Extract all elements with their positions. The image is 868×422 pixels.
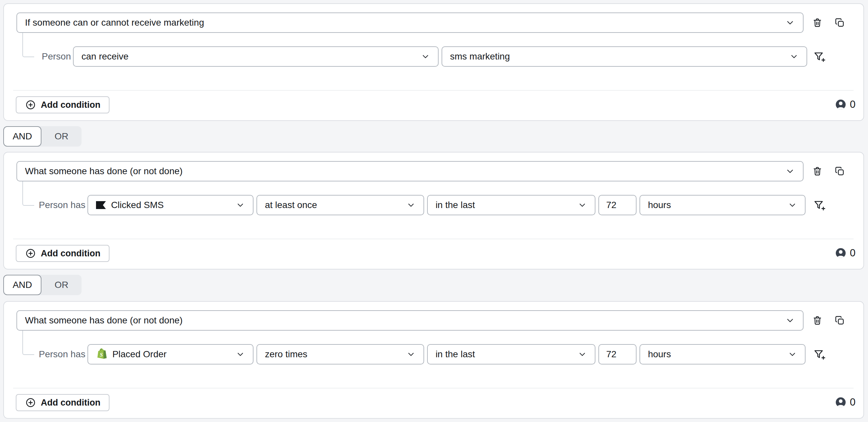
add-condition-button[interactable]: Add condition (16, 96, 110, 113)
operator-or-button[interactable]: OR (41, 275, 82, 295)
condition-row: Person has Clicked SMS at least once in … (4, 195, 863, 216)
profile-count: 0 (836, 394, 856, 411)
consent-channel-select[interactable]: sms marketing (441, 46, 807, 67)
condition-card-event-order: What someone has done (or not done) Pers… (3, 301, 864, 419)
plus-circle-icon (25, 397, 36, 408)
card-divider (13, 90, 854, 91)
add-condition-label: Add condition (41, 249, 100, 259)
time-unit-value: hours (648, 349, 671, 360)
duplicate-condition-button[interactable] (833, 15, 847, 30)
chevron-down-icon (578, 200, 587, 210)
condition-row: Person can receive sms marketing (4, 46, 863, 67)
plus-circle-icon (25, 248, 36, 259)
copy-icon (834, 315, 845, 326)
delete-condition-button[interactable] (810, 15, 825, 30)
profile-count-value: 0 (850, 396, 856, 408)
trash-icon (812, 315, 823, 326)
add-filter-button[interactable] (812, 198, 827, 212)
condition-row-label: Person (42, 51, 71, 62)
chevron-down-icon (789, 52, 799, 61)
time-unit-value: hours (648, 200, 671, 210)
duplicate-condition-button[interactable] (833, 313, 847, 328)
consent-channel-value: sms marketing (450, 51, 510, 62)
shopify-icon: S (96, 348, 107, 361)
condition-type-select[interactable]: What someone has done (or not done) (17, 161, 804, 182)
chevron-down-icon (236, 350, 245, 359)
chevron-down-icon (578, 350, 587, 359)
condition-card-consent: If someone can or cannot receive marketi… (3, 3, 864, 121)
chevron-down-icon (785, 316, 795, 325)
filter-plus-icon (813, 199, 826, 211)
logic-operator-toggle: OR AND (3, 275, 82, 295)
add-condition-button[interactable]: Add condition (16, 245, 110, 262)
copy-icon (834, 18, 845, 28)
trash-icon (812, 18, 823, 28)
event-value: Placed Order (113, 349, 167, 360)
person-icon (836, 248, 846, 258)
plus-circle-icon (25, 99, 36, 110)
add-condition-label: Add condition (41, 100, 100, 110)
filter-plus-icon (813, 348, 826, 360)
condition-type-select[interactable]: What someone has done (or not done) (17, 310, 804, 331)
chevron-down-icon (788, 350, 797, 359)
profile-count-value: 0 (850, 99, 856, 110)
operator-and-button[interactable]: AND (3, 275, 41, 295)
add-filter-button[interactable] (812, 49, 827, 64)
timeframe-select[interactable]: in the last (427, 344, 595, 364)
profile-count: 0 (836, 96, 856, 113)
condition-row-label: Person has (39, 349, 86, 360)
condition-row-label: Person has (39, 200, 86, 210)
frequency-value: at least once (265, 200, 317, 210)
chevron-down-icon (785, 166, 795, 176)
condition-card-event-sms: What someone has done (or not done) Pers… (3, 152, 864, 269)
chevron-down-icon (785, 18, 795, 28)
event-value: Clicked SMS (111, 200, 164, 210)
timeframe-value: in the last (436, 349, 475, 360)
frequency-value: zero times (265, 349, 307, 360)
add-condition-button[interactable]: Add condition (16, 394, 110, 411)
add-filter-button[interactable] (812, 347, 827, 361)
copy-icon (834, 166, 845, 176)
person-icon (836, 100, 846, 109)
chevron-down-icon (421, 52, 430, 61)
duplicate-condition-button[interactable] (833, 164, 847, 178)
trash-icon (812, 166, 823, 176)
event-select[interactable]: S Placed Order (88, 344, 253, 364)
consent-action-value: can receive (82, 51, 129, 62)
chevron-down-icon (236, 200, 245, 210)
consent-action-select[interactable]: can receive (73, 46, 439, 67)
card-divider (13, 388, 854, 388)
time-unit-select[interactable]: hours (640, 195, 806, 215)
person-icon (836, 397, 846, 407)
event-select[interactable]: Clicked SMS (88, 195, 253, 215)
sms-flag-icon (96, 201, 106, 209)
timeframe-amount-input[interactable] (598, 195, 637, 215)
delete-condition-button[interactable] (810, 164, 825, 178)
operator-and-button[interactable]: AND (3, 126, 41, 147)
time-unit-select[interactable]: hours (640, 344, 806, 364)
filter-plus-icon (813, 51, 826, 62)
logic-operator-toggle: OR AND (3, 126, 82, 147)
chevron-down-icon (788, 200, 797, 210)
timeframe-value: in the last (436, 200, 475, 210)
condition-type-select[interactable]: If someone can or cannot receive marketi… (17, 12, 804, 33)
timeframe-amount-input[interactable] (598, 344, 637, 364)
add-condition-label: Add condition (41, 398, 100, 408)
chevron-down-icon (406, 350, 415, 359)
condition-type-value: What someone has done (or not done) (25, 315, 183, 326)
profile-count-value: 0 (850, 247, 856, 259)
operator-or-button[interactable]: OR (41, 126, 82, 147)
chevron-down-icon (406, 200, 415, 210)
delete-condition-button[interactable] (810, 313, 825, 328)
condition-row: Person has S Placed Order zero times in … (4, 344, 863, 365)
svg-text:S: S (100, 352, 102, 358)
condition-type-value: If someone can or cannot receive marketi… (25, 18, 204, 28)
condition-type-value: What someone has done (or not done) (25, 166, 183, 176)
profile-count: 0 (836, 245, 856, 262)
frequency-select[interactable]: at least once (256, 195, 424, 215)
frequency-select[interactable]: zero times (256, 344, 424, 364)
card-divider (13, 238, 854, 239)
timeframe-select[interactable]: in the last (427, 195, 595, 215)
